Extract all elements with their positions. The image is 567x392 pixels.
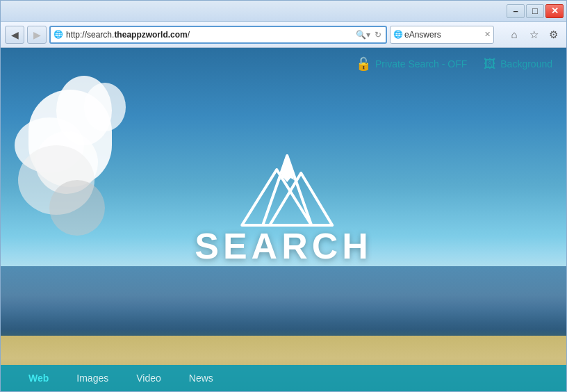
nav-video[interactable]: Video bbox=[122, 367, 175, 389]
private-search-toggle[interactable]: 🔓 Private Search - OFF bbox=[356, 56, 467, 72]
browser-search-box[interactable]: 🌐 eAnswers ✕ bbox=[390, 26, 494, 44]
search-clear-button[interactable]: ✕ bbox=[484, 30, 491, 39]
search-title: SEARCH bbox=[195, 225, 372, 267]
minimize-button[interactable]: – bbox=[507, 4, 525, 18]
nav-news[interactable]: News bbox=[175, 367, 227, 389]
page-content: 🔓 Private Search - OFF 🖼 Background bbox=[1, 48, 566, 391]
favorites-button[interactable]: ☆ bbox=[525, 26, 543, 44]
private-search-label: Private Search - OFF bbox=[375, 58, 467, 70]
close-button[interactable]: ✕ bbox=[545, 4, 564, 18]
background-label: Background bbox=[500, 58, 552, 70]
top-controls: 🔓 Private Search - OFF 🖼 Background bbox=[356, 56, 552, 72]
background-button[interactable]: 🖼 Background bbox=[484, 57, 552, 72]
address-actions: 🔍▾ ↻ bbox=[354, 29, 383, 40]
search-address-button[interactable]: 🔍▾ bbox=[354, 29, 372, 40]
home-button[interactable]: ⌂ bbox=[505, 26, 523, 44]
nav-web[interactable]: Web bbox=[15, 367, 63, 389]
cloud bbox=[15, 76, 154, 284]
tools-button[interactable]: ⚙ bbox=[544, 26, 562, 44]
titlebar: – □ ✕ bbox=[1, 1, 566, 22]
toolbar-icons: ⌂ ☆ ⚙ bbox=[505, 26, 562, 44]
search-icon: 🌐 bbox=[393, 30, 403, 39]
browser-window: – □ ✕ ◀ ▶ 🌐 http://search.theappzworld.c… bbox=[0, 0, 567, 392]
mountain-logo bbox=[228, 149, 339, 232]
lock-icon: 🔓 bbox=[356, 56, 371, 72]
back-button[interactable]: ◀ bbox=[5, 26, 24, 44]
address-icon: 🌐 bbox=[54, 30, 63, 39]
image-icon: 🖼 bbox=[484, 57, 496, 72]
address-bar[interactable]: 🌐 http://search.theappzworld.com/ 🔍▾ ↻ bbox=[49, 26, 387, 44]
forward-button[interactable]: ▶ bbox=[27, 26, 47, 44]
bottom-nav: Web Images Video News bbox=[1, 365, 566, 391]
nav-images[interactable]: Images bbox=[63, 367, 122, 389]
maximize-button[interactable]: □ bbox=[526, 4, 544, 18]
search-input-text: eAnswers bbox=[404, 30, 483, 40]
logo-container: SEARCH bbox=[195, 149, 372, 267]
refresh-button[interactable]: ↻ bbox=[373, 29, 383, 40]
address-text: http://search.theappzworld.com/ bbox=[66, 30, 352, 40]
navbar: ◀ ▶ 🌐 http://search.theappzworld.com/ 🔍▾… bbox=[1, 22, 566, 48]
